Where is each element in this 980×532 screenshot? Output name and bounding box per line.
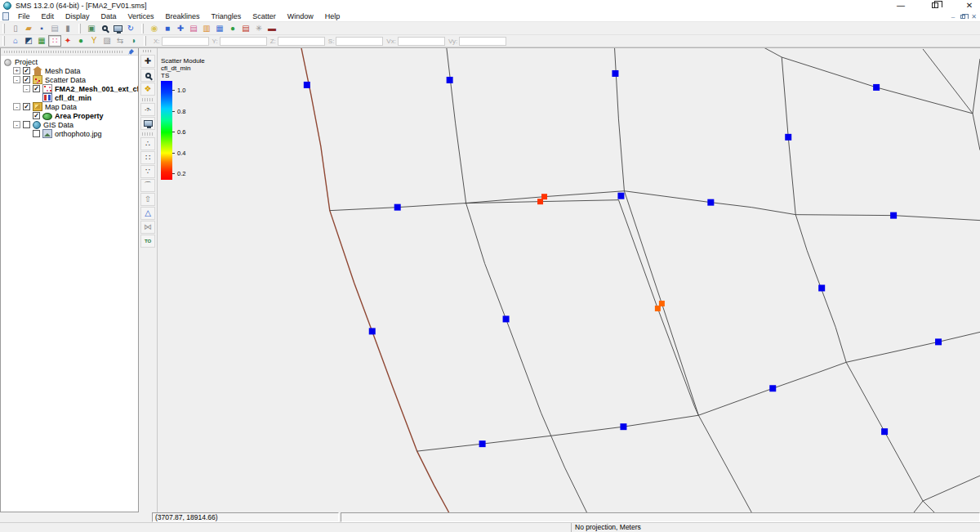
grid-plus-button[interactable]: ▦ — [213, 23, 226, 34]
tree-item-area-property[interactable]: ✓Area Property — [1, 111, 138, 120]
restore-button[interactable] — [929, 0, 941, 11]
mesh-view[interactable] — [158, 48, 980, 512]
tree-item-map-data-expander[interactable]: - — [13, 103, 20, 110]
tree-item-project[interactable]: Project — [1, 57, 138, 66]
vx-field[interactable] — [398, 37, 445, 46]
tree-item-mesh-data-checkbox[interactable]: ✓ — [23, 67, 30, 74]
menu-file[interactable]: File — [12, 11, 36, 22]
tree-item-gis-data-expander[interactable]: - — [13, 121, 20, 128]
tree-item-gis-data[interactable]: -GIS Data — [1, 120, 138, 129]
tree-item-mesh-data-expander[interactable]: + — [13, 67, 20, 74]
menu-window[interactable]: Window — [282, 11, 319, 22]
tree-item-gis-data-label[interactable]: GIS Data — [43, 121, 74, 129]
tree-item-mesh-data-label[interactable]: Mesh Data — [45, 67, 81, 75]
tree-item-orthophoto-label[interactable]: orthophoto.jpg — [55, 130, 102, 138]
tree-item-scatter-set-expander[interactable]: - — [23, 85, 30, 92]
menu-edit[interactable]: Edit — [36, 11, 60, 22]
minimize-button[interactable]: — — [895, 0, 906, 11]
dynamic-rotate-button[interactable]: ↻ — [124, 23, 137, 34]
tree-item-scatter-set-checkbox[interactable]: ✓ — [33, 85, 40, 92]
print-button[interactable]: ▤ — [48, 23, 61, 34]
scatter-vertex[interactable] — [394, 204, 401, 211]
vy-field[interactable] — [459, 37, 506, 46]
create-triangle-tool-button[interactable]: △ — [140, 207, 155, 220]
scatter-vertex[interactable] — [541, 194, 547, 199]
open-file-button[interactable]: ▰ — [22, 23, 35, 34]
projection-tool-button[interactable]: ◑ — [127, 35, 140, 47]
x-field[interactable] — [162, 37, 209, 46]
probe-tool-button[interactable]: -?- — [140, 103, 155, 116]
quadtree-module-button[interactable]: ◩ — [22, 35, 35, 47]
tree-item-scatter-data-label[interactable]: Scatter Data — [45, 76, 86, 84]
plot-module-button[interactable]: ▨ — [100, 35, 114, 47]
mdi-restore-button[interactable] — [960, 12, 965, 21]
tree-item-dataset-label[interactable]: cfl_dt_min — [55, 94, 91, 102]
scatter-vertex[interactable] — [620, 423, 626, 430]
tree-item-project-label[interactable]: Project — [15, 58, 38, 66]
pin-icon[interactable] — [128, 49, 134, 55]
scatter-module-button[interactable]: ∷ — [48, 35, 61, 47]
frame-image-button[interactable]: ▣ — [85, 23, 98, 34]
z-field[interactable] — [278, 37, 325, 46]
mdi-minimize-button[interactable]: – — [951, 12, 955, 21]
scatter-vertex[interactable] — [503, 315, 510, 322]
toolbox-button[interactable]: ▬ — [265, 23, 278, 34]
menu-scatter[interactable]: Scatter — [247, 11, 282, 22]
tree-item-scatter-set[interactable]: -✓FMA2_Mesh_001_ext_cfl_dt — [1, 84, 138, 93]
scatter-vertex[interactable] — [890, 212, 897, 219]
pan-tool-button[interactable]: ✚ — [140, 55, 155, 68]
new-file-button[interactable]: ▯ — [9, 23, 22, 34]
menu-triangles[interactable]: Triangles — [206, 11, 247, 22]
scatter-vertex[interactable] — [935, 338, 942, 345]
menu-help[interactable]: Help — [319, 11, 346, 22]
save-file-button[interactable]: ▪ — [35, 23, 48, 34]
scatter-chart-button[interactable]: ▤ — [187, 23, 200, 34]
plot-tool-button[interactable] — [140, 117, 155, 130]
tree-item-dataset[interactable]: cfl_dt_min — [1, 93, 138, 102]
y-field[interactable] — [220, 37, 267, 46]
tree-item-area-property-label[interactable]: Area Property — [55, 112, 104, 120]
tree-item-scatter-data[interactable]: -✓Scatter Data — [1, 75, 138, 84]
tree-item-orthophoto-checkbox[interactable] — [33, 130, 40, 137]
scatter-vertex[interactable] — [617, 193, 624, 199]
select-scatter-points-tool-button[interactable]: ∷ — [140, 151, 155, 164]
cartesian-grid-module-button[interactable]: ▦ — [35, 35, 48, 47]
scatter-vertex[interactable] — [769, 385, 776, 391]
tree-item-map-data[interactable]: -✓Map Data — [1, 102, 138, 111]
scatter-vertex[interactable] — [659, 301, 665, 306]
scatter-vertex[interactable] — [369, 328, 376, 334]
select-triangle-tool-button[interactable]: ∵ — [140, 165, 155, 178]
scatter-vertex[interactable] — [707, 199, 714, 206]
scatter-vertex[interactable] — [537, 199, 543, 204]
snap-button[interactable]: ✳ — [252, 23, 265, 34]
mdi-close-button[interactable]: ✕ — [971, 12, 977, 21]
graphics-canvas[interactable]: Scatter Module cfl_dt_min TS 1.00.80.60.… — [157, 48, 980, 512]
monitor-display-button[interactable] — [111, 23, 124, 34]
zoom-magnifier-button[interactable] — [98, 23, 111, 34]
tree-item-scatter-data-checkbox[interactable]: ✓ — [23, 76, 30, 83]
menu-display[interactable]: Display — [60, 11, 96, 22]
tree-item-area-property-checkbox[interactable]: ✓ — [33, 112, 40, 119]
histogram-button[interactable]: ▥ — [200, 23, 213, 34]
menu-vertices[interactable]: Vertices — [122, 11, 160, 22]
lightbulb-button[interactable]: ◉ — [148, 23, 161, 34]
zoom-tool-button[interactable] — [140, 69, 155, 82]
clipboard-button[interactable]: ▤ — [239, 23, 252, 34]
panel-header[interactable] — [1, 48, 138, 56]
rotate-tool-button[interactable]: ❖ — [140, 83, 155, 96]
tree-item-scatter-set-label[interactable]: FMA2_Mesh_001_ext_cfl_dt — [55, 85, 138, 93]
select-polygon-tool-button[interactable]: ⇧ — [140, 193, 155, 206]
tree-item-orthophoto[interactable]: orthophoto.jpg — [1, 129, 138, 138]
menu-breaklines[interactable]: Breaklines — [160, 11, 206, 22]
select-arc-tool-button[interactable]: ⌒ — [140, 179, 155, 192]
menu-data[interactable]: Data — [96, 11, 122, 22]
scatter-vertex[interactable] — [818, 284, 825, 291]
scatter-vertex[interactable] — [785, 134, 791, 141]
scatter-vertex[interactable] — [447, 77, 453, 83]
select-scatter-point-tool-button[interactable]: ∴ — [140, 137, 155, 150]
tree-item-map-data-label[interactable]: Map Data — [45, 103, 77, 111]
tree-item-scatter-data-expander[interactable]: - — [13, 76, 20, 83]
s-field[interactable] — [336, 37, 383, 46]
scatter-vertex[interactable] — [479, 440, 486, 447]
globe-button[interactable]: ● — [226, 23, 239, 34]
